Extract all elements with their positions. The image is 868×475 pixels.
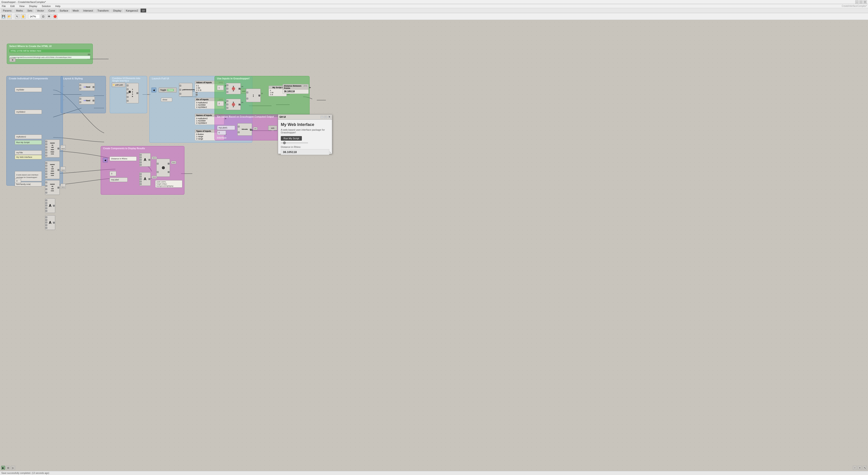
lm-port-path[interactable]: [180, 85, 181, 87]
title-port-name[interactable]: [45, 199, 47, 201]
port-in-name[interactable]: [45, 141, 47, 142]
port2-in-css[interactable]: [45, 176, 47, 178]
param-my-title[interactable]: myTitle: [15, 150, 42, 155]
pt2-y[interactable]: [226, 104, 228, 105]
menu-edit[interactable]: Edit: [9, 5, 16, 7]
pt1-y[interactable]: [226, 88, 228, 90]
tab-sets[interactable]: Sets: [25, 9, 34, 12]
num-1[interactable]: 1: [217, 85, 224, 90]
hc1-port-css[interactable]: [80, 88, 81, 90]
tab-mesh[interactable]: Mesh: [71, 9, 81, 12]
panel-maximize[interactable]: □: [324, 116, 327, 118]
html-css-node-1[interactable]: <> html: [79, 83, 95, 91]
dist-D[interactable]: D: [258, 95, 260, 96]
zoom-input[interactable]: 147%: [29, 14, 40, 19]
desc-node[interactable]: A: [45, 215, 55, 230]
port-in-max[interactable]: [45, 152, 47, 154]
param-show[interactable]: show: [161, 98, 172, 102]
desc-port-css[interactable]: [45, 227, 47, 229]
toolbar-open[interactable]: 📂: [7, 14, 12, 19]
zoom-in-btn[interactable]: +: [858, 466, 862, 470]
minimize-btn[interactable]: ─: [855, 0, 859, 4]
resize-corner[interactable]: ⤡: [863, 466, 867, 470]
lm-port-html[interactable]: [180, 89, 181, 91]
web-slider-thumb[interactable]: [283, 141, 286, 144]
cn1-name[interactable]: [140, 154, 142, 156]
combine-main-node[interactable]: 123A ⊗: [126, 83, 139, 103]
web-slider[interactable]: [281, 142, 308, 143]
toolbar-save[interactable]: 💾: [1, 14, 6, 19]
bottom-icon-1[interactable]: ▶: [1, 466, 5, 470]
title-port-scale[interactable]: [45, 207, 47, 209]
param-my-label1[interactable]: myLabel1: [217, 126, 235, 130]
comp-combine-node[interactable]: ⊗: [156, 159, 170, 177]
cn1-val[interactable]: [140, 159, 142, 161]
cm-port1[interactable]: [127, 84, 128, 87]
title-port-val[interactable]: [45, 205, 47, 206]
pt1-x[interactable]: [226, 84, 228, 86]
param-scale-val[interactable]: 3: [110, 171, 116, 176]
desc-port-name[interactable]: [45, 216, 47, 218]
tab-curve[interactable]: Curve: [46, 9, 57, 12]
tab-display[interactable]: Display: [111, 9, 123, 12]
param-title-val[interactable]: My Web Interface: [15, 155, 42, 159]
zoom-out-btn[interactable]: −: [853, 466, 857, 470]
hc2-port-html[interactable]: [80, 98, 81, 100]
port-out-html[interactable]: [58, 148, 59, 149]
desc-port-scale[interactable]: [45, 224, 47, 226]
param-run-script[interactable]: Run My Script!: [15, 140, 42, 145]
launch-left-arrow[interactable]: ◀: [151, 88, 156, 93]
panel-close[interactable]: ✕: [328, 116, 331, 118]
cn2-out-html[interactable]: [149, 178, 150, 180]
port2-in-max[interactable]: [45, 173, 47, 175]
set-node[interactable]: idsvals set: [237, 123, 252, 136]
param-my-button2[interactable]: myButton2: [15, 135, 42, 139]
title-port-css[interactable]: [45, 210, 47, 212]
menu-help[interactable]: Help: [54, 5, 61, 7]
dist-B[interactable]: [246, 98, 248, 99]
pt-node-1[interactable]: XYZ ⊕ Pt: [226, 83, 241, 94]
pt2-z[interactable]: [226, 107, 228, 109]
port-in-val[interactable]: [45, 146, 47, 148]
tab-transform[interactable]: Transform: [95, 9, 111, 12]
port2-in-name[interactable]: [45, 162, 47, 164]
slider-my-slider[interactable]: mySlider: [15, 88, 42, 92]
btn-port-css[interactable]: [45, 192, 47, 194]
toggle-node[interactable]: Toggle TRUE: [159, 88, 177, 93]
port2-in-val[interactable]: [45, 168, 47, 170]
button-node[interactable]: nameidvalcss: [45, 180, 60, 195]
set-vals[interactable]: [238, 131, 240, 133]
port2-in-min[interactable]: [45, 170, 47, 172]
path-node-1[interactable]: 📁 path path: [112, 82, 125, 87]
hc2-out[interactable]: [93, 100, 94, 102]
canvas-area[interactable]: Select Where to Create the HTML UI HTML …: [0, 20, 868, 471]
title-node[interactable]: A: [45, 198, 55, 213]
cn2-name[interactable]: [140, 173, 142, 175]
toolbar-arrow[interactable]: ↖: [15, 14, 20, 19]
btn-port-name[interactable]: [45, 181, 47, 183]
toolbar-pan[interactable]: ✋: [21, 14, 26, 19]
cc-out-html[interactable]: [168, 163, 169, 165]
cn1-id[interactable]: [140, 157, 142, 158]
port-in-css[interactable]: [45, 155, 47, 157]
dist-A[interactable]: [246, 92, 248, 93]
tab-surface[interactable]: Surface: [58, 9, 70, 12]
hc1-out[interactable]: [93, 86, 94, 88]
port2-out-html[interactable]: [58, 169, 59, 171]
tab-vector[interactable]: Vector: [35, 9, 46, 12]
title-port-out[interactable]: [53, 205, 55, 207]
port2-in-id[interactable]: [45, 165, 47, 167]
pt-node-2[interactable]: XYZ ⊕ Pt: [226, 99, 241, 110]
slider-node-2[interactable]: nameidvalminmaxcss: [45, 161, 60, 179]
param-dist-rhino[interactable]: Distance in Rhino:: [110, 157, 137, 161]
menu-view[interactable]: View: [18, 5, 26, 7]
tab-maths[interactable]: Maths: [14, 9, 25, 12]
cn2-scale[interactable]: [140, 181, 142, 182]
slider-node-1[interactable]: nameidvalminmaxcss: [45, 139, 60, 158]
param-scale-3[interactable]: 3: [15, 179, 21, 183]
port-in-id[interactable]: [45, 143, 47, 145]
title-port-id[interactable]: [45, 202, 47, 204]
slider-my-slider2[interactable]: mySlider2: [15, 110, 42, 114]
set-out[interactable]: set: [250, 129, 252, 131]
pt1-z[interactable]: [226, 91, 228, 93]
